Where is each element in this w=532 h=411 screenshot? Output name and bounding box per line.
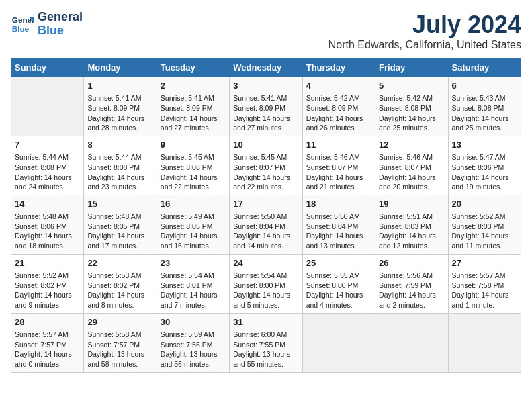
- calendar-cell: 1Sunrise: 5:41 AM Sunset: 8:09 PM Daylig…: [84, 77, 157, 136]
- calendar-cell: 16Sunrise: 5:49 AM Sunset: 8:05 PM Dayli…: [157, 195, 229, 254]
- day-number: 27: [452, 257, 517, 269]
- calendar-cell: 8Sunrise: 5:44 AM Sunset: 8:08 PM Daylig…: [84, 136, 157, 195]
- day-number: 9: [161, 139, 226, 151]
- calendar-cell: 14Sunrise: 5:48 AM Sunset: 8:06 PM Dayli…: [11, 195, 84, 254]
- day-number: 19: [379, 198, 444, 210]
- calendar-table: SundayMondayTuesdayWednesdayThursdayFrid…: [11, 58, 521, 373]
- calendar-cell: 6Sunrise: 5:43 AM Sunset: 8:08 PM Daylig…: [448, 77, 521, 136]
- logo: General Blue General Blue: [11, 11, 83, 38]
- title-block: July 2024 North Edwards, California, Uni…: [328, 11, 521, 51]
- calendar-cell: 11Sunrise: 5:46 AM Sunset: 8:07 PM Dayli…: [302, 136, 375, 195]
- day-info: Sunrise: 5:45 AM Sunset: 8:07 PM Dayligh…: [233, 152, 298, 192]
- day-info: Sunrise: 5:44 AM Sunset: 8:08 PM Dayligh…: [15, 152, 80, 192]
- day-info: Sunrise: 5:51 AM Sunset: 8:03 PM Dayligh…: [379, 212, 444, 251]
- calendar-cell: 28Sunrise: 5:57 AM Sunset: 7:57 PM Dayli…: [11, 313, 84, 372]
- day-info: Sunrise: 5:43 AM Sunset: 8:08 PM Dayligh…: [452, 93, 517, 133]
- calendar-cell: 29Sunrise: 5:58 AM Sunset: 7:57 PM Dayli…: [84, 313, 157, 372]
- day-number: 15: [87, 198, 152, 210]
- location-subtitle: North Edwards, California, United States: [328, 39, 521, 51]
- calendar-cell: 12Sunrise: 5:46 AM Sunset: 8:07 PM Dayli…: [375, 136, 448, 195]
- calendar-cell: 25Sunrise: 5:55 AM Sunset: 8:00 PM Dayli…: [302, 254, 375, 313]
- logo-text-line2: Blue: [38, 24, 83, 38]
- logo-text-line1: General: [38, 11, 83, 24]
- day-number: 14: [15, 198, 80, 210]
- logo-icon: General Blue: [11, 12, 35, 36]
- day-info: Sunrise: 5:54 AM Sunset: 8:01 PM Dayligh…: [161, 271, 226, 310]
- calendar-cell: 26Sunrise: 5:56 AM Sunset: 7:59 PM Dayli…: [375, 254, 448, 313]
- day-number: 7: [15, 139, 80, 151]
- day-number: 5: [379, 80, 444, 92]
- calendar-cell: 21Sunrise: 5:52 AM Sunset: 8:02 PM Dayli…: [11, 254, 84, 313]
- calendar-cell: [448, 313, 521, 372]
- day-info: Sunrise: 5:59 AM Sunset: 7:56 PM Dayligh…: [161, 330, 226, 369]
- day-info: Sunrise: 5:42 AM Sunset: 8:08 PM Dayligh…: [379, 93, 444, 133]
- day-info: Sunrise: 5:46 AM Sunset: 8:07 PM Dayligh…: [379, 152, 444, 192]
- weekday-header-row: SundayMondayTuesdayWednesdayThursdayFrid…: [11, 58, 521, 77]
- day-info: Sunrise: 5:57 AM Sunset: 7:57 PM Dayligh…: [15, 330, 80, 369]
- day-info: Sunrise: 5:45 AM Sunset: 8:08 PM Dayligh…: [161, 152, 226, 192]
- day-info: Sunrise: 5:52 AM Sunset: 8:03 PM Dayligh…: [452, 212, 517, 251]
- day-number: 8: [87, 139, 152, 151]
- weekday-header-wednesday: Wednesday: [230, 58, 302, 77]
- week-row-2: 7Sunrise: 5:44 AM Sunset: 8:08 PM Daylig…: [11, 136, 521, 195]
- day-info: Sunrise: 5:52 AM Sunset: 8:02 PM Dayligh…: [15, 271, 80, 310]
- calendar-cell: 5Sunrise: 5:42 AM Sunset: 8:08 PM Daylig…: [375, 77, 448, 136]
- calendar-cell: [375, 313, 448, 372]
- day-number: 29: [87, 316, 152, 328]
- day-info: Sunrise: 5:50 AM Sunset: 8:04 PM Dayligh…: [306, 212, 371, 251]
- weekday-header-friday: Friday: [375, 58, 448, 77]
- calendar-cell: 30Sunrise: 5:59 AM Sunset: 7:56 PM Dayli…: [157, 313, 229, 372]
- day-number: 23: [161, 257, 226, 269]
- month-year-title: July 2024: [328, 11, 521, 39]
- calendar-cell: 27Sunrise: 5:57 AM Sunset: 7:58 PM Dayli…: [448, 254, 521, 313]
- calendar-cell: 20Sunrise: 5:52 AM Sunset: 8:03 PM Dayli…: [448, 195, 521, 254]
- day-number: 25: [306, 257, 371, 269]
- day-number: 22: [87, 257, 152, 269]
- calendar-cell: [11, 77, 84, 136]
- svg-text:Blue: Blue: [12, 24, 30, 33]
- weekday-header-thursday: Thursday: [302, 58, 375, 77]
- day-number: 28: [15, 316, 80, 328]
- calendar-cell: 24Sunrise: 5:54 AM Sunset: 8:00 PM Dayli…: [230, 254, 302, 313]
- calendar-cell: 4Sunrise: 5:42 AM Sunset: 8:09 PM Daylig…: [302, 77, 375, 136]
- day-number: 1: [87, 80, 152, 92]
- day-number: 16: [161, 198, 226, 210]
- day-info: Sunrise: 5:50 AM Sunset: 8:04 PM Dayligh…: [233, 212, 298, 251]
- calendar-cell: 19Sunrise: 5:51 AM Sunset: 8:03 PM Dayli…: [375, 195, 448, 254]
- day-info: Sunrise: 5:47 AM Sunset: 8:06 PM Dayligh…: [452, 152, 517, 192]
- day-info: Sunrise: 5:48 AM Sunset: 8:05 PM Dayligh…: [87, 212, 152, 251]
- calendar-cell: 18Sunrise: 5:50 AM Sunset: 8:04 PM Dayli…: [302, 195, 375, 254]
- week-row-3: 14Sunrise: 5:48 AM Sunset: 8:06 PM Dayli…: [11, 195, 521, 254]
- day-number: 18: [306, 198, 371, 210]
- day-info: Sunrise: 5:44 AM Sunset: 8:08 PM Dayligh…: [87, 152, 152, 192]
- day-number: 24: [233, 257, 298, 269]
- day-number: 2: [161, 80, 226, 92]
- day-number: 20: [452, 198, 517, 210]
- weekday-header-tuesday: Tuesday: [157, 58, 229, 77]
- week-row-4: 21Sunrise: 5:52 AM Sunset: 8:02 PM Dayli…: [11, 254, 521, 313]
- day-number: 4: [306, 80, 371, 92]
- calendar-cell: 13Sunrise: 5:47 AM Sunset: 8:06 PM Dayli…: [448, 136, 521, 195]
- day-info: Sunrise: 5:42 AM Sunset: 8:09 PM Dayligh…: [306, 93, 371, 133]
- day-info: Sunrise: 5:55 AM Sunset: 8:00 PM Dayligh…: [306, 271, 371, 310]
- day-info: Sunrise: 5:57 AM Sunset: 7:58 PM Dayligh…: [452, 271, 517, 310]
- day-info: Sunrise: 5:41 AM Sunset: 8:09 PM Dayligh…: [233, 93, 298, 133]
- day-info: Sunrise: 6:00 AM Sunset: 7:55 PM Dayligh…: [233, 330, 298, 369]
- header: General Blue General Blue July 2024 Nort…: [11, 11, 521, 51]
- day-info: Sunrise: 5:49 AM Sunset: 8:05 PM Dayligh…: [161, 212, 226, 251]
- day-info: Sunrise: 5:53 AM Sunset: 8:02 PM Dayligh…: [87, 271, 152, 310]
- day-number: 12: [379, 139, 444, 151]
- calendar-cell: 17Sunrise: 5:50 AM Sunset: 8:04 PM Dayli…: [230, 195, 302, 254]
- day-number: 10: [233, 139, 298, 151]
- week-row-1: 1Sunrise: 5:41 AM Sunset: 8:09 PM Daylig…: [11, 77, 521, 136]
- day-number: 17: [233, 198, 298, 210]
- day-info: Sunrise: 5:58 AM Sunset: 7:57 PM Dayligh…: [87, 330, 152, 369]
- calendar-cell: 2Sunrise: 5:41 AM Sunset: 8:09 PM Daylig…: [157, 77, 229, 136]
- calendar-cell: 15Sunrise: 5:48 AM Sunset: 8:05 PM Dayli…: [84, 195, 157, 254]
- day-info: Sunrise: 5:54 AM Sunset: 8:00 PM Dayligh…: [233, 271, 298, 310]
- calendar-cell: 10Sunrise: 5:45 AM Sunset: 8:07 PM Dayli…: [230, 136, 302, 195]
- day-info: Sunrise: 5:41 AM Sunset: 8:09 PM Dayligh…: [87, 93, 152, 133]
- calendar-cell: 23Sunrise: 5:54 AM Sunset: 8:01 PM Dayli…: [157, 254, 229, 313]
- day-number: 30: [161, 316, 226, 328]
- day-info: Sunrise: 5:48 AM Sunset: 8:06 PM Dayligh…: [15, 212, 80, 251]
